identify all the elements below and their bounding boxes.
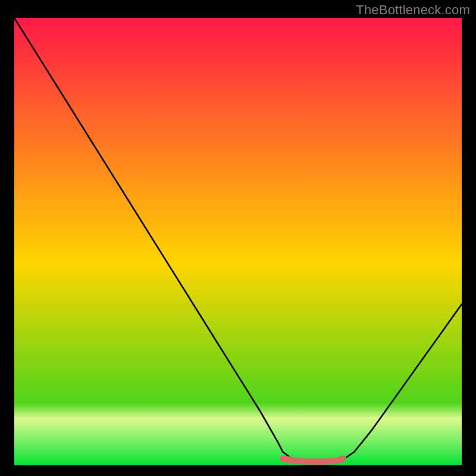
chart-frame: TheBottleneck.com bbox=[0, 0, 476, 476]
bottleneck-curve-path bbox=[14, 18, 462, 462]
chart-lines-layer bbox=[14, 18, 462, 465]
optimal-segment-path bbox=[283, 459, 343, 462]
chart-plot-area bbox=[14, 18, 462, 465]
watermark-text: TheBottleneck.com bbox=[356, 2, 470, 18]
